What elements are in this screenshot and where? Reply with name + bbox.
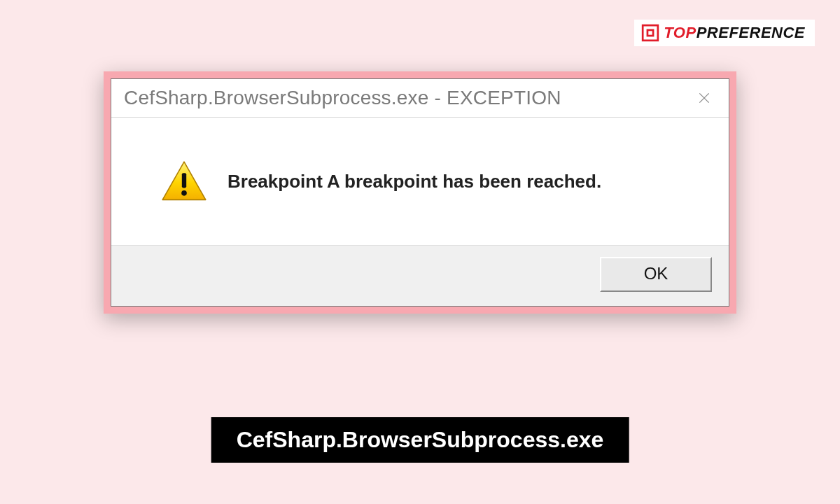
dialog-titlebar[interactable]: CefSharp.BrowserSubprocess.exe - EXCEPTI… — [111, 79, 729, 118]
dialog-message: Breakpoint A breakpoint has been reached… — [227, 171, 601, 192]
error-dialog: CefSharp.BrowserSubprocess.exe - EXCEPTI… — [111, 78, 729, 307]
svg-point-7 — [181, 190, 187, 196]
dialog-body: Breakpoint A breakpoint has been reached… — [111, 118, 729, 245]
close-button[interactable] — [687, 85, 722, 111]
svg-rect-6 — [182, 173, 186, 188]
svg-rect-2 — [649, 31, 652, 34]
warning-icon — [160, 160, 208, 203]
dialog-title: CefSharp.BrowserSubprocess.exe - EXCEPTI… — [124, 87, 561, 109]
watermark-suffix: PREFERENCE — [696, 24, 805, 41]
watermark-badge: TOPPREFERENCE — [634, 20, 815, 46]
dialog-frame: CefSharp.BrowserSubprocess.exe - EXCEPTI… — [104, 71, 736, 314]
dialog-footer: OK — [111, 245, 729, 306]
image-caption: CefSharp.BrowserSubprocess.exe — [211, 417, 629, 463]
ok-button[interactable]: OK — [600, 257, 712, 292]
watermark-prefix: TOP — [664, 24, 696, 41]
watermark-text: TOPPREFERENCE — [664, 24, 805, 42]
watermark-icon — [641, 24, 659, 42]
close-icon — [697, 91, 711, 105]
